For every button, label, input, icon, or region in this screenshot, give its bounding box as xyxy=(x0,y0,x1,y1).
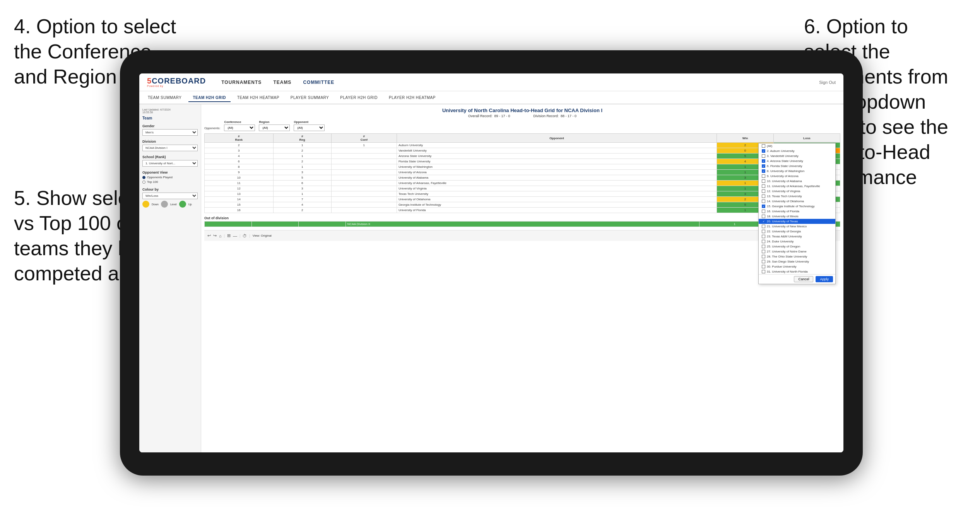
nav-tournaments[interactable]: TOURNAMENTS xyxy=(221,80,262,85)
dropdown-item[interactable]: 16. University of Florida xyxy=(759,209,835,214)
gender-label: Gender xyxy=(142,124,198,128)
row-conf xyxy=(331,208,397,213)
dropdown-item[interactable]: 24. Duke University xyxy=(759,239,835,244)
dropdown-item-label: 16. University of Florida xyxy=(767,210,799,213)
team-label: Team xyxy=(142,116,198,120)
row-reg: 3 xyxy=(273,186,331,191)
dropdown-item[interactable]: 22. University of Georgia xyxy=(759,229,835,234)
sep3: | xyxy=(249,234,250,238)
out-division-table: NCAA Division II 1 0 xyxy=(204,221,840,227)
subnav-player-h2h-heatmap[interactable]: PLAYER H2H HEATMAP xyxy=(384,94,440,102)
out-division-label: Out of division xyxy=(204,216,840,220)
dropdown-checkbox: ✓ xyxy=(762,169,765,173)
div-conf xyxy=(299,222,346,227)
dropdown-item[interactable]: ✓6. Florida State University xyxy=(759,164,835,169)
clock-btn[interactable]: ⏱ xyxy=(243,234,247,238)
dropdown-item-label: 8. University of Washington xyxy=(767,169,804,173)
division-record: Division Record: 88 - 17 - 0 xyxy=(534,114,577,118)
dropdown-item[interactable]: 3. Vanderbilt University xyxy=(759,153,835,159)
dropdown-checkbox xyxy=(762,210,765,213)
dropdown-item[interactable]: 21. University of New Mexico xyxy=(759,224,835,229)
row-rank: 14 xyxy=(205,197,274,202)
sep1: | xyxy=(224,234,225,238)
school-select[interactable]: 1. University of Nort... xyxy=(142,160,198,167)
dropdown-item[interactable]: 10. University of Alabama xyxy=(759,179,835,184)
table-row: 11 6 University of Arkansas, Fayettevill… xyxy=(205,181,840,186)
top100-radio[interactable]: Top 100 xyxy=(142,180,198,184)
dropdown-checkbox: ✓ xyxy=(762,159,765,163)
dropdown-item[interactable]: 18. University of Illinois xyxy=(759,214,835,219)
home-btn[interactable]: ⌂ xyxy=(219,234,222,238)
colour-by-select[interactable]: Win/Loss xyxy=(142,193,198,199)
dropdown-item[interactable]: 27. University of Notre Dame xyxy=(759,249,835,254)
undo-btn[interactable]: ↩ xyxy=(207,233,211,238)
dropdown-item-label: 12. University of Virginia xyxy=(767,189,800,193)
opponents-played-radio[interactable]: Opponents Played xyxy=(142,176,198,179)
opponent-dropdown[interactable]: (All)✓2. Auburn University3. Vanderbilt … xyxy=(758,143,836,284)
dropdown-item[interactable]: ✓2. Auburn University xyxy=(759,148,835,153)
dropdown-cancel-btn[interactable]: Cancel xyxy=(794,276,813,282)
row-team: Auburn University xyxy=(397,143,717,148)
row-rank: 15 xyxy=(205,202,274,208)
school-label: School (Rank) xyxy=(142,155,198,159)
row-reg: 5 xyxy=(273,175,331,181)
dropdown-item[interactable]: 30. Purdue University xyxy=(759,264,835,269)
dropdown-item[interactable]: 12. University of Virginia xyxy=(759,189,835,194)
dash-btn[interactable]: — xyxy=(233,234,237,238)
opponent-view-label: Opponent View xyxy=(142,171,198,174)
dropdown-item[interactable]: ✓20. University of Texas xyxy=(759,219,835,224)
copy-btn[interactable]: ⊞ xyxy=(227,233,231,238)
dropdown-item[interactable]: ✓8. University of Washington xyxy=(759,169,835,174)
division-select[interactable]: NCAA Division I xyxy=(142,145,198,151)
opponent-select[interactable]: (All) xyxy=(294,125,325,131)
dropdown-checkbox xyxy=(762,245,765,248)
dropdown-item[interactable]: 13. Texas Tech University xyxy=(759,194,835,199)
subnav-team-h2h-grid[interactable]: TEAM H2H GRID xyxy=(188,94,231,102)
header-signout[interactable]: Sign Out xyxy=(819,80,836,85)
row-reg: 7 xyxy=(273,197,331,202)
col-win: Win xyxy=(717,134,774,143)
opponents-played-radio-dot xyxy=(142,176,145,179)
row-conf xyxy=(331,148,397,153)
row-conf xyxy=(331,181,397,186)
h2h-table: #Rank #Reg #Conf Opponent Win Loss 2 1 1… xyxy=(204,133,840,213)
subnav-team-h2h-heatmap[interactable]: TEAM H2H HEATMAP xyxy=(233,94,284,102)
table-row: 16 2 University of Florida 1 xyxy=(205,208,840,213)
grid-panel: University of North Carolina Head-to-Hea… xyxy=(201,104,843,452)
dropdown-item[interactable]: (All) xyxy=(759,143,835,148)
colour-label-level: Level xyxy=(170,203,177,206)
region-select[interactable]: (All) xyxy=(259,125,290,131)
redo-btn[interactable]: ↪ xyxy=(213,233,217,238)
nav-committee[interactable]: COMMITTEE xyxy=(303,80,334,85)
subnav-team-summary[interactable]: TEAM SUMMARY xyxy=(143,94,186,102)
dropdown-item[interactable]: 14. University of Oklahoma xyxy=(759,199,835,204)
dropdown-item[interactable]: 31. University of North Florida xyxy=(759,269,835,274)
gender-select[interactable]: Men's xyxy=(142,129,198,136)
dropdown-item[interactable]: 25. University of Oregon xyxy=(759,244,835,249)
conference-select[interactable]: (All) xyxy=(224,125,255,131)
row-reg: 1 xyxy=(273,153,331,159)
dropdown-item[interactable]: 9. University of Arizona xyxy=(759,174,835,179)
subnav-player-summary[interactable]: PLAYER SUMMARY xyxy=(286,94,334,102)
dropdown-item[interactable]: 28. The Ohio State University xyxy=(759,254,835,259)
nav-teams[interactable]: TEAMS xyxy=(273,80,291,85)
dropdown-item[interactable]: 11. University of Arkansas, Fayetteville xyxy=(759,184,835,189)
dropdown-item[interactable]: ✓4. Arizona State University xyxy=(759,159,835,164)
dropdown-item[interactable]: 23. Texas A&M University xyxy=(759,234,835,239)
subnav-player-h2h-grid[interactable]: PLAYER H2H GRID xyxy=(335,94,382,102)
dropdown-item-label: 2. Auburn University xyxy=(767,149,795,153)
dropdown-item[interactable]: ✓15. Georgia Institute of Technology xyxy=(759,204,835,209)
dropdown-item-label: 14. University of Oklahoma xyxy=(767,200,804,203)
dropdown-item[interactable]: 29. San Diego State University xyxy=(759,259,835,264)
row-conf xyxy=(331,175,397,181)
dropdown-checkbox xyxy=(762,179,765,183)
dropdown-item-label: 10. University of Alabama xyxy=(767,179,802,183)
col-rank: #Rank xyxy=(205,134,274,143)
tablet-screen: 5COREBOARD Powered by TOURNAMENTS TEAMS … xyxy=(139,73,843,452)
dropdown-item-label: 15. Georgia Institute of Technology xyxy=(767,205,815,208)
colour-legend: Down Level Up xyxy=(142,201,198,208)
region-filter-label: Region xyxy=(259,120,290,124)
school-section: School (Rank) 1. University of Nort... xyxy=(142,155,198,167)
dropdown-apply-btn[interactable]: Apply xyxy=(816,276,833,282)
row-rank: 2 xyxy=(205,143,274,148)
